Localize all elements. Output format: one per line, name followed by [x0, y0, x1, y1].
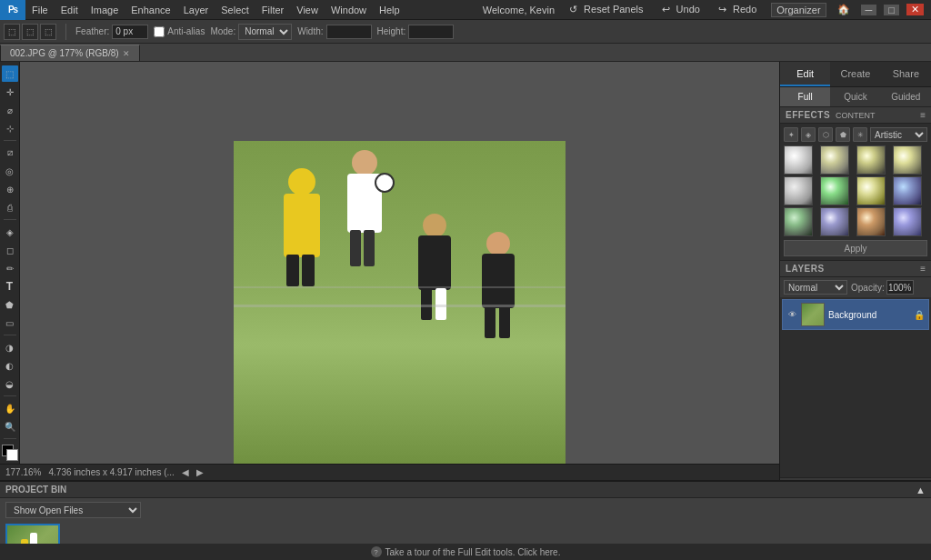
- menu-edit[interactable]: Edit: [55, 3, 85, 17]
- background-color[interactable]: [6, 449, 18, 461]
- effect-thumb-11[interactable]: [856, 207, 886, 236]
- home-btn[interactable]: 🏠: [834, 4, 854, 15]
- effects-icon-2[interactable]: ◈: [801, 127, 816, 142]
- tool-clone[interactable]: ⎙: [2, 199, 18, 215]
- menu-image[interactable]: Image: [85, 3, 125, 17]
- tool-gradient[interactable]: ▭: [2, 315, 18, 331]
- canvas-image: [234, 141, 566, 482]
- tool-marquee[interactable]: ⬚: [2, 65, 18, 82]
- effect-thumb-7[interactable]: [856, 176, 886, 205]
- menu-items: File Edit Image Enhance Layer Select Fil…: [25, 3, 479, 17]
- tool-sponge[interactable]: ◐: [2, 357, 18, 374]
- effects-collapse-icon[interactable]: ≡: [920, 110, 926, 120]
- tool-lasso[interactable]: ⌀: [2, 102, 18, 118]
- tool-dodge[interactable]: ◒: [2, 375, 18, 392]
- tool-hand[interactable]: ✋: [2, 400, 18, 416]
- tool-colors[interactable]: [2, 445, 18, 461]
- panel-tab-share[interactable]: Share: [881, 62, 931, 86]
- tool-text[interactable]: T: [2, 278, 18, 295]
- layers-collapse-icon[interactable]: ≡: [920, 264, 926, 274]
- maximize-btn[interactable]: □: [884, 5, 899, 15]
- effect-thumb-4[interactable]: [893, 145, 922, 175]
- tool-magic-wand[interactable]: ⊹: [2, 120, 18, 136]
- tool-paint-bucket[interactable]: ⬟: [2, 296, 18, 313]
- effect-thumb-6[interactable]: [820, 176, 849, 205]
- tool-zoom[interactable]: 🔍: [2, 418, 18, 435]
- dimensions-info: 4.736 inches x 4.917 inches (...: [48, 467, 174, 477]
- tab-label: 002.JPG @ 177% (RGB/8): [10, 48, 119, 58]
- sub-tab-quick[interactable]: Quick: [830, 87, 880, 106]
- project-bin: PROJECT BIN ▲ Show Open Files Show Files…: [0, 480, 931, 560]
- panel-tab-create[interactable]: Create: [830, 62, 880, 86]
- tool-crop[interactable]: ⧄: [2, 145, 18, 161]
- redo-btn[interactable]: ↪ Redo: [715, 4, 764, 15]
- bin-show-select[interactable]: Show Open Files Show Files from Organize…: [5, 502, 141, 518]
- status-nav-next[interactable]: ▶: [196, 467, 204, 477]
- layers-header: LAYERS ≡: [780, 261, 931, 277]
- layer-thumbnail: [801, 303, 825, 326]
- menu-file[interactable]: File: [25, 3, 55, 17]
- mode-select[interactable]: Normal: [238, 24, 292, 40]
- menu-layer[interactable]: Layer: [177, 3, 215, 17]
- effect-thumb-12[interactable]: [893, 207, 922, 236]
- layer-name: Background: [828, 310, 910, 320]
- bottom-hint: ? Take a tour of the Full Edit tools. Cl…: [0, 544, 931, 560]
- tool-eraser[interactable]: ◻: [2, 242, 18, 258]
- status-bar: 177.16% 4.736 inches x 4.917 inches (...…: [0, 464, 779, 480]
- tool-pencil[interactable]: ✏: [2, 260, 18, 276]
- organizer-btn[interactable]: Organizer: [771, 3, 826, 17]
- effects-icon-1[interactable]: ✦: [784, 127, 798, 142]
- panel-tab-edit[interactable]: Edit: [780, 62, 830, 86]
- tool-redeye[interactable]: ◎: [2, 163, 18, 179]
- minimize-btn[interactable]: ─: [861, 5, 877, 15]
- tool-move[interactable]: ✛: [2, 84, 18, 100]
- menu-enhance[interactable]: Enhance: [125, 3, 176, 17]
- effect-thumb-5[interactable]: [784, 176, 813, 205]
- status-nav-prev[interactable]: ◀: [182, 467, 189, 477]
- width-input[interactable]: [326, 25, 372, 39]
- effects-icon-4[interactable]: ⬟: [836, 127, 850, 142]
- tool-blur[interactable]: ◑: [2, 339, 18, 355]
- layer-item-background[interactable]: 👁 Background 🔒: [782, 299, 929, 330]
- layers-mode-select[interactable]: Normal: [784, 280, 847, 295]
- options-bar: ⬚ ⬚ ⬚ Feather: Anti-alias Mode: Normal W…: [0, 20, 931, 44]
- reset-panels-btn[interactable]: ↺ Reset Panels: [566, 4, 651, 15]
- menu-view[interactable]: View: [290, 3, 325, 17]
- effect-thumb-1[interactable]: [784, 145, 813, 175]
- tool-smart-brush[interactable]: ◈: [2, 224, 18, 240]
- tab-close-icon[interactable]: ✕: [123, 49, 130, 58]
- opacity-input[interactable]: [886, 280, 914, 295]
- tool-spot-heal[interactable]: ⊕: [2, 181, 18, 197]
- sub-tab-full[interactable]: Full: [780, 87, 830, 106]
- effect-thumb-9[interactable]: [784, 207, 813, 236]
- effects-dropdown[interactable]: Artistic: [870, 127, 927, 142]
- effects-type-select[interactable]: Artistic: [870, 127, 927, 142]
- effect-thumb-8[interactable]: [893, 176, 922, 205]
- effect-thumb-10[interactable]: [820, 207, 849, 236]
- bin-expand-icon[interactable]: ▲: [916, 485, 926, 495]
- antialiased-group: Anti-alias: [154, 26, 205, 37]
- menu-select[interactable]: Select: [215, 3, 255, 17]
- layer-visibility-toggle[interactable]: 👁: [786, 309, 797, 320]
- close-btn[interactable]: ✕: [906, 4, 924, 15]
- hint-text[interactable]: Take a tour of the Full Edit tools. Clic…: [385, 547, 561, 557]
- menu-filter[interactable]: Filter: [255, 3, 290, 17]
- tab-bar: 002.JPG @ 177% (RGB/8) ✕: [0, 44, 931, 62]
- width-label: Width:: [297, 26, 323, 36]
- menu-window[interactable]: Window: [325, 3, 373, 17]
- effects-grid: [784, 145, 927, 236]
- height-group: Height:: [377, 25, 455, 39]
- effect-thumb-2[interactable]: [820, 145, 849, 175]
- effect-thumb-3[interactable]: [856, 145, 886, 175]
- feather-input[interactable]: [112, 25, 148, 39]
- antialiased-checkbox[interactable]: [154, 26, 165, 37]
- effects-icon-3[interactable]: ⬡: [818, 127, 833, 142]
- sub-tab-guided[interactable]: Guided: [881, 87, 931, 106]
- menu-help[interactable]: Help: [373, 3, 406, 17]
- tab-image[interactable]: 002.JPG @ 177% (RGB/8) ✕: [0, 45, 140, 61]
- effects-icon-5[interactable]: ✳: [853, 127, 867, 142]
- layers-opacity-group: Opacity:: [851, 280, 914, 295]
- undo-btn[interactable]: ↩ Undo: [658, 4, 707, 15]
- apply-button[interactable]: Apply: [784, 240, 927, 256]
- height-input[interactable]: [408, 25, 454, 39]
